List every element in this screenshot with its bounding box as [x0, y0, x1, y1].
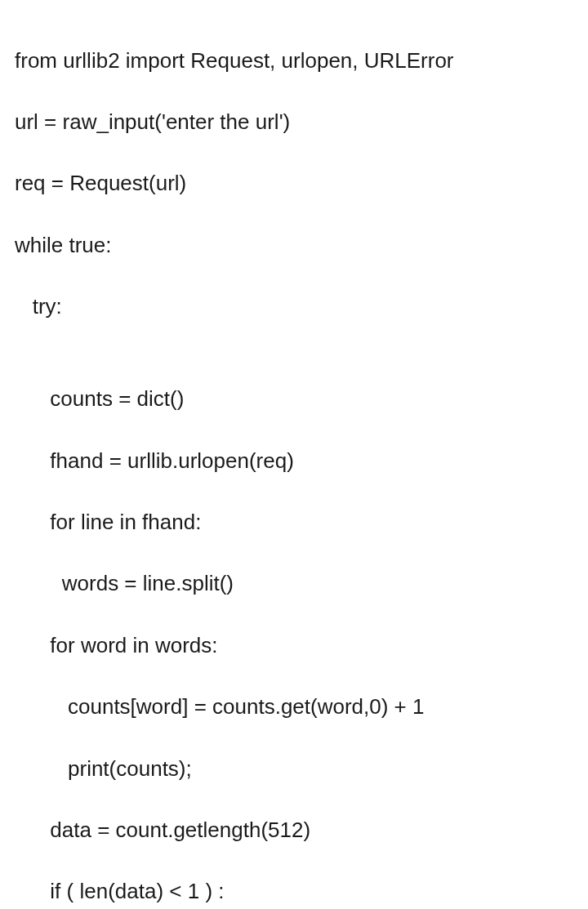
- code-line: for word in words:: [15, 631, 573, 662]
- code-line: try:: [15, 292, 573, 323]
- code-line: print(counts);: [15, 754, 573, 785]
- code-block: from urllib2 import Request, urlopen, UR…: [15, 15, 573, 909]
- code-line: if ( len(data) < 1 ) :: [15, 876, 573, 907]
- code-line: req = Request(url): [15, 168, 573, 199]
- code-line: url = raw_input('enter the url'): [15, 107, 573, 138]
- code-line: fhand = urllib.urlopen(req): [15, 446, 573, 477]
- code-line: for line in fhand:: [15, 507, 573, 538]
- code-line: from urllib2 import Request, urlopen, UR…: [15, 46, 573, 77]
- code-line: counts = dict(): [15, 384, 573, 415]
- code-line: words = line.split(): [15, 568, 573, 599]
- code-line: counts[word] = counts.get(word,0) + 1: [15, 692, 573, 723]
- code-line: while true:: [15, 230, 573, 261]
- code-line: data = count.getlength(512): [15, 815, 573, 846]
